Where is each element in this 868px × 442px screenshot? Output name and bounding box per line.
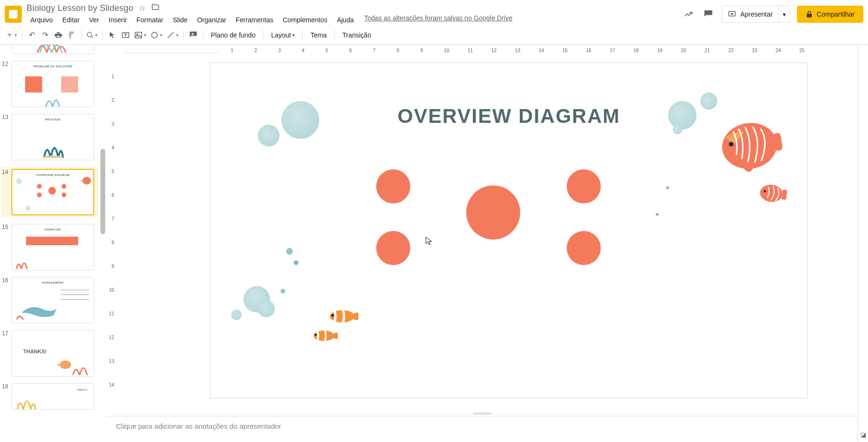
thumb-title: EXERCISE <box>12 228 94 231</box>
menu-view[interactable]: Ver <box>85 14 103 26</box>
diagram-circle[interactable] <box>567 169 601 203</box>
star-icon[interactable]: ☆ <box>139 4 145 13</box>
image-tool[interactable]: ▾ <box>132 28 148 42</box>
notes-resize-handle[interactable] <box>107 411 858 416</box>
bubble-decoration <box>700 92 717 110</box>
select-tool[interactable] <box>106 28 119 42</box>
svg-point-18 <box>330 310 354 322</box>
bubble-decoration <box>280 289 285 294</box>
share-label: Compartilhar <box>817 10 855 18</box>
textbox-tool[interactable] <box>119 28 132 42</box>
bubble-decoration <box>258 300 275 317</box>
thumb-18[interactable]: CREDITS <box>11 383 94 410</box>
menu-addons[interactable]: Complementos <box>279 14 331 26</box>
right-rail: ◪ <box>858 45 868 442</box>
bubble-decoration <box>668 101 696 129</box>
bubble-decoration <box>286 248 293 255</box>
slide-title: OVERVIEW DIAGRAM <box>398 105 620 128</box>
thumb-num-17: 17 <box>2 330 8 337</box>
bubble-decoration <box>231 310 242 320</box>
thumb-12[interactable]: PROBLEM VS SOLUTION <box>11 61 94 107</box>
bubble-decoration <box>294 260 298 265</box>
menu-help[interactable]: Ajuda <box>333 14 358 26</box>
menu-file[interactable]: Arquivo <box>27 14 56 26</box>
menu-format[interactable]: Formatar <box>133 14 167 26</box>
comments-icon[interactable] <box>702 8 715 21</box>
share-button[interactable]: Compartilhar <box>797 6 863 23</box>
svg-point-2 <box>87 32 91 37</box>
diagram-circle[interactable] <box>376 169 410 203</box>
svg-point-12 <box>82 177 91 184</box>
redo-button[interactable]: ↷ <box>38 28 52 42</box>
svg-point-19 <box>332 314 334 317</box>
thumb-11[interactable] <box>11 45 94 54</box>
bubble-decoration <box>258 125 280 147</box>
app-logo[interactable] <box>5 6 22 23</box>
move-folder-icon[interactable] <box>151 3 160 13</box>
doc-title[interactable]: Biology Lesson by Slidesgo <box>27 3 133 13</box>
thumb-16[interactable]: ASSESSMENT <box>11 277 94 323</box>
thumb-title: CREDITS <box>77 388 87 391</box>
svg-line-10 <box>168 32 173 38</box>
diagram-circle[interactable] <box>376 231 410 265</box>
thumb-17[interactable]: THANKS! <box>11 330 94 377</box>
present-label: Apresentar <box>740 10 772 18</box>
fish-illustration <box>709 110 788 182</box>
present-button[interactable]: Apresentar <box>722 6 778 23</box>
explore-icon[interactable]: ◪ <box>860 431 866 438</box>
thumb-num-13: 13 <box>2 114 8 120</box>
thumb-num-12: 12 <box>2 61 8 67</box>
line-tool[interactable]: ▾ <box>164 28 181 42</box>
thumb-num-14: 14 <box>2 169 8 175</box>
thumb-num-15: 15 <box>2 224 8 230</box>
thumb-num-16: 16 <box>2 277 8 284</box>
menu-slide[interactable]: Slide <box>169 14 191 26</box>
thumb-title: PROBLEM VS SOLUTION <box>12 65 94 68</box>
layout-button[interactable]: Layout▾ <box>266 28 299 42</box>
menu-tools[interactable]: Ferramentas <box>232 14 277 26</box>
ruler-vertical: 1234567891011121314 <box>107 53 115 411</box>
svg-point-21 <box>315 334 316 336</box>
diagram-circle[interactable] <box>567 231 601 265</box>
background-button[interactable]: Plano de fundo <box>206 28 260 42</box>
ruler-horizontal: 1234567891011121314151617181920212223242… <box>124 45 218 53</box>
thumb-num-18: 18 <box>2 383 8 390</box>
menu-edit[interactable]: Editar <box>58 14 83 26</box>
clownfish-illustration <box>311 329 339 343</box>
speaker-notes[interactable]: Clique para adicionar as anotações do ap… <box>107 416 858 442</box>
bubble-decoration <box>656 213 659 216</box>
thumb-title: THANKS! <box>23 349 47 354</box>
bubble-decoration <box>673 125 682 134</box>
thumb-15[interactable]: EXERCISE <box>11 224 94 270</box>
diagram-circle-center[interactable] <box>466 185 520 239</box>
slide-panel[interactable]: 12 PROBLEM VS SOLUTION 13 <box>0 45 107 442</box>
bubble-decoration <box>666 186 669 189</box>
svg-point-13 <box>60 360 71 369</box>
fish-illustration-small <box>756 180 790 207</box>
comment-tool[interactable] <box>187 28 200 42</box>
svg-point-9 <box>152 32 157 38</box>
slide-canvas[interactable]: OVERVIEW DIAGRAM <box>210 63 808 398</box>
new-slide-button[interactable]: ＋▾ <box>4 28 19 42</box>
undo-button[interactable]: ↶ <box>25 28 38 42</box>
zoom-button[interactable]: ▾ <box>84 28 99 42</box>
menu-insert[interactable]: Inserir <box>105 14 131 26</box>
transition-button[interactable]: Transição <box>337 28 376 42</box>
svg-rect-7 <box>135 32 142 38</box>
activity-icon[interactable] <box>682 8 695 21</box>
present-dropdown[interactable]: ▾ <box>779 6 790 23</box>
cursor-icon <box>425 237 432 247</box>
panel-scrollbar[interactable] <box>100 149 105 234</box>
print-button[interactable] <box>52 28 65 42</box>
shape-tool[interactable]: ▾ <box>148 28 164 42</box>
thumb-13[interactable]: PROCESS <box>11 114 94 160</box>
thumb-14[interactable]: OVERVIEW DIAGRAM <box>11 169 94 215</box>
thumb-title: PROCESS <box>12 118 94 121</box>
bubble-decoration <box>281 101 319 139</box>
thumb-title: ASSESSMENT <box>12 281 94 284</box>
clownfish-illustration <box>327 308 360 325</box>
theme-button[interactable]: Tema <box>306 28 331 42</box>
paint-format-button[interactable] <box>65 28 78 42</box>
menu-arrange[interactable]: Organizar <box>193 14 230 26</box>
save-status[interactable]: Todas as alterações foram salvas no Goog… <box>364 14 513 26</box>
